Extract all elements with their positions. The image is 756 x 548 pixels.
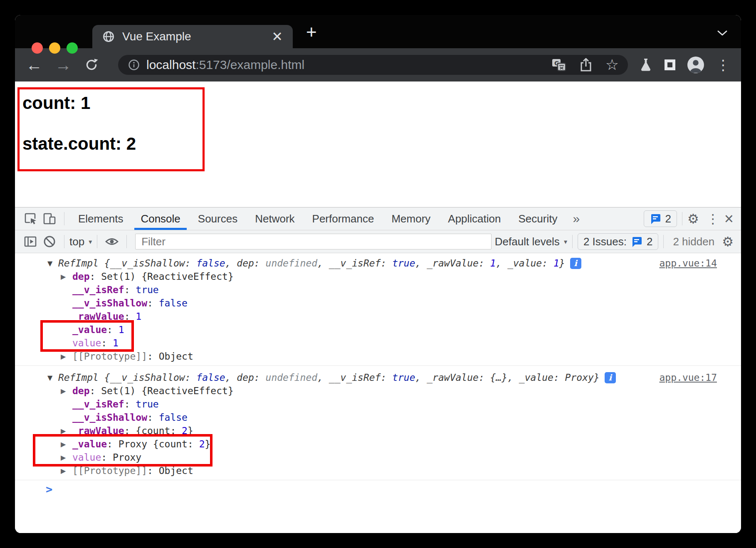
new-tab-button[interactable]: + bbox=[306, 22, 317, 42]
console-token: {…} bbox=[490, 372, 508, 383]
console-filter-input[interactable] bbox=[135, 234, 492, 249]
context-selector[interactable]: top ▾ bbox=[69, 235, 92, 248]
source-location-link[interactable]: app.vue:14 bbox=[660, 258, 717, 269]
tab-network[interactable]: Network bbox=[246, 207, 303, 230]
tab-memory[interactable]: Memory bbox=[383, 207, 439, 230]
log-levels-selector[interactable]: Default levels ▾ bbox=[495, 235, 567, 248]
expand-triangle-icon[interactable]: ▶ bbox=[61, 454, 72, 462]
console-token: false bbox=[196, 258, 225, 269]
bookmark-star-icon[interactable]: ☆ bbox=[605, 57, 619, 72]
devtools-panel: ElementsConsoleSourcesNetworkPerformance… bbox=[15, 207, 741, 533]
browser-toolbar: ← → localhost:5173/example.html bbox=[15, 48, 741, 81]
site-info-icon[interactable] bbox=[127, 58, 141, 72]
chevron-down-icon: ▾ bbox=[89, 238, 92, 246]
clear-console-icon[interactable] bbox=[40, 232, 59, 251]
expand-triangle-icon[interactable]: ▶ bbox=[61, 427, 72, 435]
console-property-row: ▶dep: Set(1) {ReactiveEffect} bbox=[15, 384, 741, 397]
console-token: _value bbox=[72, 439, 107, 449]
back-button[interactable]: ← bbox=[26, 57, 42, 73]
reload-button[interactable] bbox=[84, 57, 99, 72]
console-token: : Set(1) {ReactiveEffect} bbox=[90, 271, 234, 282]
expand-triangle-icon[interactable]: ▶ bbox=[61, 353, 72, 360]
console-token: 1 bbox=[490, 258, 496, 269]
tab-strip: Vue Example ✕ + bbox=[15, 15, 741, 48]
issues-count: 2 bbox=[647, 235, 652, 248]
minimize-window-button[interactable] bbox=[49, 42, 60, 54]
expand-triangle-icon[interactable]: ▶ bbox=[61, 440, 72, 448]
issues-button[interactable]: 2 Issues: 2 bbox=[578, 233, 659, 250]
console-token: , _rawValue: bbox=[415, 258, 490, 269]
browser-menu-icon[interactable]: ⋮ bbox=[716, 58, 730, 72]
count-display: count: 1 state.count: 2 bbox=[17, 87, 205, 171]
address-bar[interactable]: localhost:5173/example.html G bbox=[118, 55, 628, 75]
tab-security[interactable]: Security bbox=[510, 207, 566, 230]
console-token: } bbox=[188, 425, 193, 436]
console-token: true bbox=[392, 372, 415, 383]
url-text: localhost:5173/example.html bbox=[146, 58, 304, 72]
console-sidebar-icon[interactable] bbox=[21, 232, 40, 251]
live-expression-eye-icon[interactable] bbox=[102, 232, 121, 251]
devtools-menu-dots-icon[interactable]: ⋮ bbox=[707, 212, 719, 225]
console-token: 1 bbox=[136, 311, 141, 322]
inspect-element-icon[interactable] bbox=[21, 209, 40, 228]
hidden-messages-label[interactable]: 2 hidden bbox=[673, 235, 714, 248]
console-token: RefImpl {__v_isShallow: bbox=[58, 258, 196, 269]
close-window-button[interactable] bbox=[32, 42, 43, 54]
device-toolbar-icon[interactable] bbox=[40, 209, 59, 228]
console-token: } bbox=[205, 439, 211, 449]
console-token: : bbox=[107, 324, 119, 335]
info-badge-icon: i bbox=[605, 372, 616, 383]
more-tabs-button[interactable]: » bbox=[566, 212, 586, 226]
share-icon[interactable] bbox=[579, 57, 593, 72]
issues-label: 2 Issues: bbox=[583, 235, 627, 248]
collapse-triangle-icon[interactable]: ▼ bbox=[47, 374, 58, 382]
side-panel-icon[interactable] bbox=[665, 59, 675, 70]
console-prompt[interactable]: > bbox=[15, 480, 741, 498]
console-token: dep bbox=[72, 385, 90, 396]
console-settings-gear-icon[interactable]: ⚙ bbox=[722, 235, 734, 248]
collapse-triangle-icon[interactable]: ▼ bbox=[47, 259, 58, 267]
expand-triangle-icon[interactable]: ▶ bbox=[61, 387, 72, 395]
console-token: value bbox=[72, 338, 101, 348]
expand-triangle-icon[interactable]: ▶ bbox=[61, 467, 72, 475]
console-property-row: ▶_value: Proxy {count: 2} bbox=[15, 437, 741, 451]
console-token: value bbox=[72, 452, 101, 463]
console-property-row: _rawValue: 1 bbox=[15, 310, 741, 323]
tab-performance[interactable]: Performance bbox=[304, 207, 383, 230]
console-token: , __v_isRef: bbox=[317, 372, 392, 383]
issues-counter-button[interactable]: 2 bbox=[644, 210, 677, 227]
source-location-link[interactable]: app.vue:17 bbox=[660, 372, 717, 383]
tab-application[interactable]: Application bbox=[439, 207, 509, 230]
console-token: : Set(1) {ReactiveEffect} bbox=[90, 385, 234, 396]
console-token: : {count: bbox=[124, 425, 182, 436]
console-entry-header: ▼RefImpl {__v_isShallow: false, dep: und… bbox=[15, 371, 741, 384]
console-property-row: __v_isRef: true bbox=[15, 283, 741, 296]
console-property-row: __v_isRef: true bbox=[15, 397, 741, 411]
console-token: Proxy bbox=[565, 372, 594, 383]
tab-console[interactable]: Console bbox=[132, 207, 189, 230]
profile-avatar[interactable] bbox=[687, 56, 704, 74]
close-tab-icon[interactable]: ✕ bbox=[272, 30, 283, 43]
tab-elements[interactable]: Elements bbox=[69, 207, 132, 230]
translate-icon[interactable]: G bbox=[551, 58, 566, 72]
console-token: : Proxy {count: bbox=[107, 439, 199, 449]
extension-flask-icon[interactable] bbox=[639, 57, 653, 73]
expand-triangle-icon[interactable]: ▶ bbox=[61, 273, 72, 281]
devtools-settings-gear-icon[interactable]: ⚙ bbox=[687, 212, 699, 225]
browser-tab[interactable]: Vue Example ✕ bbox=[92, 25, 293, 48]
count-text: count: 1 bbox=[22, 93, 205, 113]
devtools-tabs: ElementsConsoleSourcesNetworkPerformance… bbox=[69, 207, 566, 230]
console-token: __v_isRef bbox=[72, 284, 124, 295]
console-property-row: _value: 1 bbox=[15, 323, 741, 336]
devtools-close-icon[interactable]: × bbox=[722, 211, 736, 227]
console-token: : bbox=[147, 298, 159, 309]
console-property-row: __v_isShallow: false bbox=[15, 411, 741, 424]
console-property-row: ▶[[Prototype]]: Object bbox=[15, 464, 741, 477]
forward-button[interactable]: → bbox=[55, 57, 72, 73]
tab-sources[interactable]: Sources bbox=[189, 207, 246, 230]
tab-search-chevron-icon[interactable] bbox=[717, 30, 728, 36]
console-token: , dep: bbox=[225, 258, 266, 269]
console-token: undefined bbox=[266, 258, 318, 269]
console-token: true bbox=[136, 284, 158, 295]
zoom-window-button[interactable] bbox=[67, 42, 78, 54]
